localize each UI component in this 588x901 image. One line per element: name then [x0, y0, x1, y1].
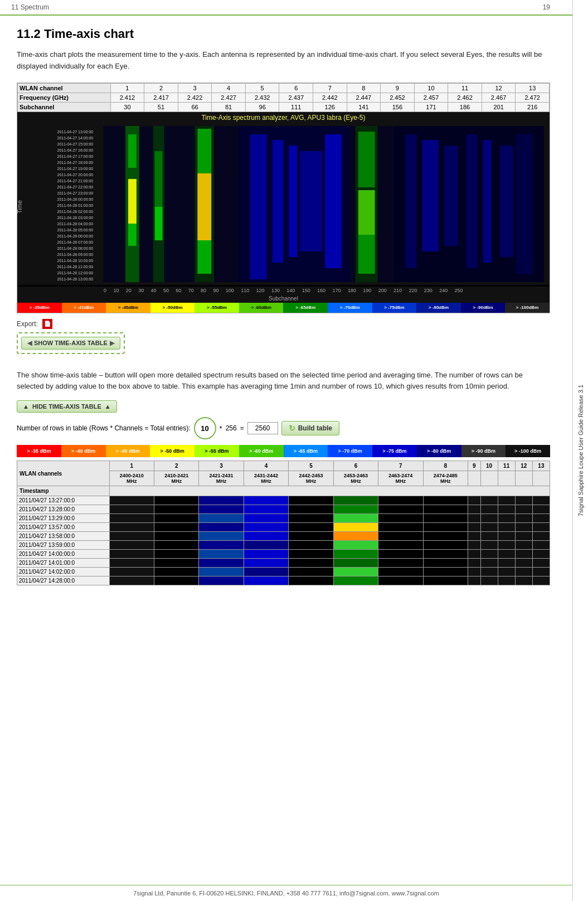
- svg-rect-42: [273, 140, 284, 263]
- table-row: 2011/04/27 13:57:00:0: [17, 523, 550, 532]
- table-row: 2011/04/27 14:02:00:0: [17, 568, 550, 577]
- timestamp-header-row: Timestamp: [17, 486, 550, 496]
- table-header-row-1: WLAN channels 1 2 3 4 5 6 7 8 9 10 11 12…: [17, 461, 550, 471]
- channel-header-table: WLAN channel 1 2 3 4 5 6 7 8 9 10 11 12 …: [17, 83, 550, 112]
- table-row: 2011/04/27 13:58:00:0: [17, 532, 550, 541]
- svg-text:2011-04-28 09:00:00: 2011-04-28 09:00:00: [57, 253, 94, 256]
- svg-text:2011-04-28 07:00:00: 2011-04-28 07:00:00: [57, 240, 94, 244]
- svg-rect-53: [444, 146, 458, 246]
- x-axis-labels: 0102030405060708090100110120130140150160…: [17, 287, 550, 294]
- data-table: WLAN channels 1 2 3 4 5 6 7 8 9 10 11 12…: [17, 461, 550, 585]
- chapter-title: 11 Spectrum: [11, 3, 49, 11]
- svg-rect-44: [300, 151, 322, 251]
- table-row: 2011/04/27 14:28:00:0: [17, 577, 550, 585]
- page-header: 11 Spectrum 19: [0, 0, 572, 16]
- svg-text:2011-04-27 23:00:00: 2011-04-27 23:00:00: [57, 191, 94, 195]
- svg-text:2011-04-27 20:00:00: 2011-04-27 20:00:00: [57, 173, 94, 177]
- svg-rect-41: [250, 134, 267, 279]
- svg-rect-43: [289, 146, 297, 257]
- svg-text:2011-04-27 14:00:00: 2011-04-27 14:00:00: [57, 136, 94, 140]
- svg-rect-55: [483, 140, 492, 263]
- bottom-section: ▲ HIDE TIME-AXIS TABLE ▲ Number of rows …: [17, 400, 550, 585]
- svg-text:2011-04-28 06:00:00: 2011-04-28 06:00:00: [57, 234, 94, 238]
- svg-text:2011-04-27 15:00:00: 2011-04-27 15:00:00: [57, 142, 94, 146]
- multiply-symbol: *: [220, 424, 222, 433]
- svg-rect-49: [358, 235, 375, 274]
- svg-text:2011-04-27 17:00:00: 2011-04-27 17:00:00: [57, 154, 94, 158]
- svg-text:2011-04-27 22:00:00: 2011-04-27 22:00:00: [57, 185, 94, 189]
- spectrum-visualization: Time-Axis spectrum analyzer, AVG, APU3 l…: [17, 112, 550, 313]
- svg-text:2011-04-28 08:00:00: 2011-04-28 08:00:00: [57, 246, 94, 250]
- rows-input[interactable]: [194, 417, 216, 439]
- arrow-left-icon: ◀: [27, 340, 32, 347]
- rows-label: Number of rows in table (Rows * Channels…: [17, 424, 191, 432]
- svg-text:2011-04-28 05:00:00: 2011-04-28 05:00:00: [57, 228, 94, 232]
- main-content: 11.2 Time-axis chart Time-axis chart plo…: [0, 16, 572, 597]
- svg-rect-57: [516, 134, 533, 274]
- export-icon[interactable]: 📄: [42, 319, 52, 329]
- svg-text:2011-04-27 21:00:00: 2011-04-27 21:00:00: [57, 179, 94, 183]
- table-row: 2011/04/27 13:28:00:0: [17, 505, 550, 514]
- svg-text:2011-04-28 03:00:00: 2011-04-28 03:00:00: [57, 216, 94, 220]
- side-label: 7signal Sapphire Loupe User Guide Releas…: [572, 0, 588, 901]
- svg-text:2011-04-28 01:00:00: 2011-04-28 01:00:00: [57, 204, 94, 207]
- show-time-axis-table-button[interactable]: ◀ SHOW TIME-AXIS TABLE ▶: [21, 337, 120, 350]
- table-row: 2011/04/27 14:01:00:0: [17, 559, 550, 568]
- arrow-right-icon: ▶: [110, 340, 114, 347]
- arrow-up-icon: ▲: [23, 403, 29, 410]
- x-axis-title: Subchannel: [17, 294, 550, 303]
- spectrum-title: Time-Axis spectrum analyzer, AVG, APU3 l…: [17, 112, 550, 123]
- svg-text:2011-04-28 13:00:00: 2011-04-28 13:00:00: [57, 277, 94, 281]
- svg-rect-35: [155, 207, 163, 240]
- svg-rect-48: [358, 190, 375, 235]
- svg-rect-37: [197, 129, 211, 173]
- arrow-down-icon: ▲: [105, 403, 111, 410]
- svg-rect-1: [17, 123, 56, 285]
- svg-text:2011-04-27 16:00:00: 2011-04-27 16:00:00: [57, 148, 94, 152]
- svg-text:2011-04-28 00:00:00: 2011-04-28 00:00:00: [57, 197, 94, 201]
- refresh-icon: ↻: [289, 424, 295, 433]
- show-table-btn-container: ◀ SHOW TIME-AXIS TABLE ▶: [17, 332, 125, 354]
- build-table-button[interactable]: ↻ Build table: [281, 421, 339, 435]
- total-input: [247, 422, 278, 434]
- equals-symbol: =: [240, 424, 244, 432]
- svg-rect-30: [128, 134, 137, 168]
- body-text-2: The show time-axis table – button will o…: [17, 370, 550, 393]
- svg-text:2011-04-27 19:00:00: 2011-04-27 19:00:00: [57, 167, 94, 171]
- page-number: 19: [543, 3, 550, 11]
- rows-input-area: Number of rows in table (Rows * Channels…: [17, 417, 550, 439]
- table-row: 2011/04/27 13:27:00:0: [17, 496, 550, 505]
- svg-text:2011-04-28 10:00:00: 2011-04-28 10:00:00: [57, 259, 94, 263]
- table-row: 2011/04/27 14:00:00:0: [17, 550, 550, 559]
- color-legend: > -35dBm > -41dBm > -45dBm > -50dBm > -5…: [17, 303, 550, 313]
- svg-rect-52: [422, 140, 439, 251]
- svg-rect-47: [358, 132, 375, 187]
- svg-rect-56: [499, 146, 513, 257]
- svg-rect-38: [197, 173, 211, 240]
- frequency-row: Frequency (GHz) 2.412 2.417 2.422 2.427 …: [18, 93, 550, 102]
- color-band-legend: > -35 dBm > -40 dBm > -45 dBm > -50 dBm …: [17, 445, 550, 457]
- svg-rect-54: [466, 134, 478, 268]
- page-footer: 7signal Ltd, Panuntie 6, FI-00620 HELSIN…: [0, 885, 572, 901]
- svg-text:2011-04-27 18:00:00: 2011-04-27 18:00:00: [57, 161, 94, 164]
- svg-rect-31: [128, 179, 137, 224]
- table-row: 2011/04/27 13:59:00:0: [17, 541, 550, 550]
- wlan-channels-header: WLAN channels: [17, 461, 110, 486]
- body-text-1: Time-axis chart plots the measurement ti…: [17, 49, 550, 72]
- svg-rect-39: [197, 240, 211, 274]
- svg-rect-51: [405, 134, 416, 268]
- section-heading: 11.2 Time-axis chart: [17, 27, 550, 41]
- svg-text:2011-04-28 02:00:00: 2011-04-28 02:00:00: [57, 210, 94, 214]
- svg-text:Time: Time: [17, 200, 23, 214]
- svg-rect-45: [325, 134, 342, 268]
- chart-container: WLAN channel 1 2 3 4 5 6 7 8 9 10 11 12 …: [17, 83, 550, 313]
- svg-text:2011-04-28 04:00:00: 2011-04-28 04:00:00: [57, 222, 94, 226]
- svg-text:2011-04-28 12:00:00: 2011-04-28 12:00:00: [57, 271, 94, 275]
- svg-text:2011-04-28 11:00:00: 2011-04-28 11:00:00: [57, 265, 94, 269]
- svg-text:2011-04-27 13:00:00: 2011-04-27 13:00:00: [57, 130, 94, 134]
- export-label: Export:: [17, 320, 38, 328]
- hide-time-axis-table-button[interactable]: ▲ HIDE TIME-AXIS TABLE ▲: [17, 400, 117, 413]
- svg-rect-32: [128, 224, 137, 246]
- table-row: 2011/04/27 13:29:00:0: [17, 514, 550, 523]
- channel-row: WLAN channel 1 2 3 4 5 6 7 8 9 10 11 12 …: [18, 83, 550, 93]
